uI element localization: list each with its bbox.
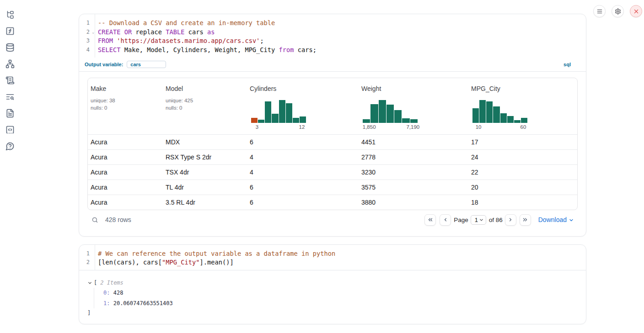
table-output: Makeunique: 38nulls: 0Modelunique: 425nu… — [79, 72, 586, 210]
table-cell: Acura — [88, 169, 163, 176]
table-cell: 3230 — [359, 169, 468, 176]
column-histogram[interactable]: 1,8507,190 — [363, 100, 418, 132]
table-cell: 4451 — [359, 138, 468, 146]
column-header-weight[interactable]: Weight1,8507,190 — [359, 78, 468, 134]
notebook-cells: 1-- Download a CSV and create an in-memo… — [79, 14, 586, 324]
snippets-code-icon[interactable] — [5, 125, 15, 135]
table-cell: 2778 — [359, 153, 468, 161]
table-cell: 3575 — [359, 184, 468, 191]
code-line[interactable]: 3FROM 'https://datasets.marimo.app/cars.… — [79, 37, 586, 46]
table-footer: 428 rows Page 1 of 86 — [79, 210, 586, 236]
table-cell: TSX 4dr — [163, 169, 247, 176]
line-number-gutter: 4 — [79, 46, 95, 55]
table-cell: TL 4dr — [163, 184, 247, 191]
table-cell: 20 — [468, 184, 577, 191]
column-header-cylinders[interactable]: Cylinders312 — [247, 78, 359, 134]
notebook-actions — [593, 5, 642, 17]
documentation-file-icon[interactable] — [5, 108, 15, 118]
table-cell: Acura — [88, 184, 163, 191]
page-total-label: of 86 — [489, 217, 503, 223]
output-variable-input[interactable] — [127, 61, 166, 68]
search-icon[interactable] — [91, 217, 98, 223]
table-row[interactable]: Acura3.5 RL 4dr6388018 — [88, 195, 577, 210]
column-histogram[interactable]: 312 — [251, 100, 306, 132]
line-number-gutter: 2⌄ — [79, 28, 95, 37]
table-cell: 4 — [247, 169, 359, 176]
table-row[interactable]: AcuraTSX 4dr4323022 — [88, 164, 577, 180]
python-cell: 1# We can reference the output variable … — [79, 244, 586, 324]
table-cell: 22 — [468, 169, 577, 176]
code-line[interactable]: 2⌄CREATE OR replace TABLE cars as — [79, 28, 586, 37]
chevron-down-icon — [569, 217, 574, 223]
page-select[interactable]: 1 — [471, 215, 486, 225]
table-cell: 6 — [247, 138, 359, 146]
line-number-gutter: 3 — [79, 37, 95, 46]
chevron-down-icon — [479, 217, 484, 222]
sidebar — [0, 10, 20, 158]
code-line[interactable]: 1-- Download a CSV and create an in-memo… — [79, 19, 586, 28]
table-row[interactable]: AcuraRSX Type S 2dr4277824 — [88, 149, 577, 164]
column-header-model[interactable]: Modelunique: 425nulls: 0 — [163, 78, 247, 134]
table-body: AcuraMDX6445117AcuraRSX Type S 2dr427782… — [88, 134, 577, 210]
sql-code-editor[interactable]: 1-- Download a CSV and create an in-memo… — [79, 14, 586, 58]
output-list-item: 1: 20.060747663551403 — [103, 298, 578, 309]
table-header: Makeunique: 38nulls: 0Modelunique: 425nu… — [88, 78, 577, 134]
sql-cell: 1-- Download a CSV and create an in-memo… — [79, 14, 586, 237]
column-stats: unique: 425nulls: 0 — [166, 97, 244, 111]
table-cell: RSX Type S 2dr — [163, 153, 247, 161]
table-cell: 6 — [247, 199, 359, 206]
code-line[interactable]: 4SELECT Make, Model, Cylinders, Weight, … — [79, 46, 586, 55]
output-list-item: 0: 428 — [103, 288, 578, 298]
fold-chevron-icon[interactable]: ⌄ — [92, 28, 94, 37]
table-row[interactable]: AcuraMDX6445117 — [88, 134, 577, 149]
table-cell: Acura — [88, 153, 163, 161]
first-page-button[interactable] — [424, 214, 436, 226]
settings-gear-button[interactable] — [612, 5, 624, 17]
table-cell: 3.5 RL 4dr — [163, 199, 247, 206]
download-button[interactable]: Download — [538, 216, 574, 223]
language-badge: sql — [564, 62, 571, 67]
line-number-gutter: 2 — [79, 258, 95, 267]
column-histogram[interactable]: 1060 — [472, 100, 527, 132]
file-explorer-icon[interactable] — [5, 10, 15, 20]
code-line[interactable]: 1# We can reference the output variable … — [79, 249, 586, 259]
next-page-button[interactable] — [505, 214, 516, 226]
column-header-mpg_city[interactable]: MPG_City1060 — [468, 78, 577, 134]
output-variable-label: Output variable: — [85, 62, 123, 67]
python-output: [ 2 Items 0: 4281: 20.060747663551403 ] — [79, 270, 586, 324]
table-cell: MDX — [163, 138, 247, 146]
code-line[interactable]: 2[len(cars), cars["MPG_City"].mean()] — [79, 258, 586, 267]
collapse-chevron-icon[interactable] — [87, 280, 92, 285]
row-count: 428 rows — [105, 216, 131, 223]
output-variable-row: Output variable: sql — [79, 58, 586, 72]
dependency-graph-icon[interactable] — [5, 59, 15, 69]
table-cell: 6 — [247, 184, 359, 191]
column-header-make[interactable]: Makeunique: 38nulls: 0 — [88, 78, 163, 134]
python-code-editor[interactable]: 1# We can reference the output variable … — [79, 245, 586, 270]
open-bracket: [ — [94, 280, 97, 286]
scratchpad-scroll-icon[interactable] — [5, 75, 15, 85]
line-number-gutter: 1 — [79, 249, 95, 259]
table-row[interactable]: AcuraTL 4dr6357520 — [88, 180, 577, 195]
table-cell: Acura — [88, 138, 163, 146]
table-cell: Acura — [88, 199, 163, 206]
help-chat-icon[interactable] — [5, 141, 15, 151]
column-stats: unique: 38nulls: 0 — [91, 97, 160, 111]
table-cell: 4 — [247, 153, 359, 161]
pagination: Page 1 of 86 Download — [424, 214, 574, 226]
close-bracket: ] — [87, 308, 578, 317]
prev-page-button[interactable] — [440, 214, 451, 226]
table-cell: 24 — [468, 153, 577, 161]
datasources-database-icon[interactable] — [5, 42, 15, 53]
logs-search-icon[interactable] — [5, 92, 15, 102]
page-label: Page — [454, 217, 468, 223]
line-number-gutter: 1 — [79, 19, 95, 28]
last-page-button[interactable] — [520, 214, 531, 226]
table-cell: 18 — [468, 199, 577, 206]
menu-button[interactable] — [593, 5, 606, 17]
items-count-label: 2 Items — [100, 280, 123, 286]
shutdown-close-button[interactable] — [630, 5, 642, 17]
table-cell: 3880 — [359, 199, 468, 206]
variables-function-icon[interactable] — [5, 26, 15, 36]
table-cell: 17 — [468, 138, 577, 146]
